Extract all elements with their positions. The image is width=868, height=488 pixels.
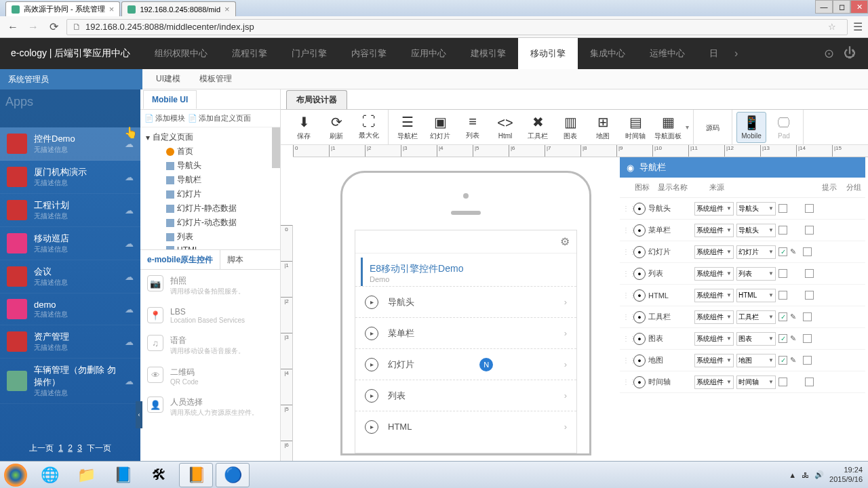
phone-row[interactable]: ▸HTML› (355, 411, 576, 442)
gear-icon[interactable]: ⚙ (560, 235, 570, 248)
tree-node[interactable]: HTML (140, 244, 280, 249)
collapse-icon[interactable]: ‹ (136, 401, 142, 428)
maximize-button[interactable]: ◻ (833, 0, 850, 14)
sidebar-app-item[interactable]: 资产管理 无描述信息 ☁ (0, 325, 140, 359)
browser-tab-2[interactable]: 192.168.0.245:8088/mid × (121, 1, 235, 16)
drag-handle-icon[interactable]: ⋮⋮ (623, 291, 631, 299)
source-select[interactable]: 系统组件▼ (694, 354, 734, 367)
nav-scroll-icon[interactable]: › (730, 47, 742, 60)
native-tab-script[interactable]: 脚本 (220, 250, 250, 269)
scrollbar[interactable] (272, 127, 280, 168)
power-icon[interactable]: ⏻ (844, 46, 856, 61)
group-checkbox[interactable] (803, 247, 812, 256)
toolbar-html-button[interactable]: <> Html (490, 112, 520, 143)
taskbar-chrome[interactable]: 🔵 (216, 463, 250, 487)
type-select[interactable]: 图表▼ (736, 332, 776, 346)
tip-checkbox[interactable] (778, 291, 787, 300)
props-row[interactable]: ⋮⋮ ● 图表 系统组件▼ 图表▼ ✓ ✎ (620, 328, 865, 350)
taskbar-app1[interactable]: 📘 (106, 463, 140, 487)
tip-checkbox[interactable] (778, 226, 787, 235)
source-select[interactable]: 系统组件▼ (694, 332, 734, 346)
source-select[interactable]: 系统组件▼ (694, 267, 734, 281)
back-button[interactable]: ← (5, 20, 20, 35)
toolbar-地图-button[interactable]: ⊞ 地图 (588, 112, 618, 143)
browser-tab-1[interactable]: 高效源于协同 - 系统管理 × (5, 1, 120, 16)
nav-workflow[interactable]: 流程引擎 (220, 38, 279, 69)
add-custom-button[interactable]: 📄添加自定义页面 (188, 113, 251, 123)
taskbar-ppt[interactable]: 📙 (179, 463, 213, 487)
tree-node[interactable]: 幻灯片 (140, 187, 280, 201)
nav-portal[interactable]: 门户引擎 (279, 38, 339, 69)
taskbar-app2[interactable]: 🛠 (142, 463, 176, 487)
tray-network-icon[interactable]: 🖧 (802, 471, 809, 479)
pager-next[interactable]: 下一页 (87, 443, 111, 453)
add-module-button[interactable]: 📄添加模块 (144, 113, 185, 123)
type-select[interactable]: 导航头▼ (736, 202, 776, 216)
phone-title-block[interactable]: E8移动引擎控件Demo Demo (361, 258, 571, 286)
type-select[interactable]: 导航头▼ (736, 224, 776, 237)
nav-integration[interactable]: 集成中心 (578, 38, 637, 69)
group-checkbox[interactable] (803, 312, 812, 321)
pager-prev[interactable]: 上一页 (29, 443, 54, 453)
toolbar-保存-button[interactable]: ⬇ 保存 (289, 112, 319, 143)
nav-more[interactable]: 日 (697, 38, 730, 69)
native-item[interactable]: 👁 二维码 QR Code (140, 361, 280, 391)
props-row[interactable]: ⋮⋮ ● 导航头 系统组件▼ 导航头▼ (620, 198, 865, 220)
clock[interactable]: 19:24 2015/9/16 (829, 466, 863, 483)
toolbar-时间轴-button[interactable]: ▤ 时间轴 (620, 112, 650, 143)
group-checkbox[interactable] (805, 204, 814, 213)
phone-screen[interactable]: ⚙ E8移动引擎控件Demo Demo ▸导航头›▸菜单栏›▸幻灯片N›▸列表›… (355, 230, 577, 453)
edit-icon[interactable]: ✎ (790, 334, 796, 343)
drag-handle-icon[interactable]: ⋮⋮ (623, 270, 631, 277)
canvas[interactable]: ⚙ E8移动引擎控件Demo Demo ▸导航头›▸菜单栏›▸幻灯片N›▸列表›… (293, 157, 868, 461)
tip-checkbox[interactable] (778, 378, 787, 386)
toolbar-源码-button[interactable]: 源码 (698, 112, 728, 143)
forward-button[interactable]: → (26, 20, 41, 35)
tree-node[interactable]: 导航头 (140, 159, 280, 173)
bookmark-icon[interactable]: ☆ (828, 22, 836, 32)
edit-icon[interactable]: ✎ (790, 356, 796, 365)
props-row[interactable]: ⋮⋮ ● 时间轴 系统组件▼ 时间轴▼ (620, 371, 865, 393)
taskbar-ie[interactable]: 🌐 (33, 463, 66, 487)
edit-icon[interactable]: ✎ (790, 312, 796, 321)
phone-row[interactable]: ▸列表› (355, 380, 576, 411)
source-select[interactable]: 系统组件▼ (694, 224, 734, 237)
sidebar-app-item[interactable]: 厦门机构演示 无描述信息 ☁ (0, 161, 140, 194)
tip-checkbox[interactable] (778, 204, 787, 213)
sidebar-app-item[interactable]: 移动巡店 无描述信息 ☁ (0, 227, 140, 260)
props-row[interactable]: ⋮⋮ ● 列表 系统组件▼ 列表▼ (620, 263, 865, 285)
group-checkbox[interactable] (805, 269, 814, 278)
pager-page[interactable]: 2 (68, 443, 73, 453)
close-icon[interactable]: × (109, 4, 115, 14)
type-select[interactable]: 时间轴▼ (736, 375, 776, 389)
source-select[interactable]: 系统组件▼ (694, 310, 734, 324)
source-select[interactable]: 系统组件▼ (694, 245, 734, 259)
drag-handle-icon[interactable]: ⋮⋮ (623, 378, 631, 386)
drag-handle-icon[interactable]: ⋮⋮ (623, 226, 631, 234)
sidebar-app-item[interactable]: demo 无描述信息 ☁ (0, 293, 140, 325)
source-select[interactable]: 系统组件▼ (694, 202, 734, 216)
drag-handle-icon[interactable]: ⋮⋮ (623, 335, 631, 342)
group-checkbox[interactable] (805, 378, 814, 386)
taskbar-explorer[interactable]: 📁 (69, 463, 103, 487)
group-checkbox[interactable] (805, 226, 814, 235)
tree-node[interactable]: 导航栏 (140, 173, 280, 187)
props-row[interactable]: ⋮⋮ ● 幻灯片 系统组件▼ 幻灯片▼ ✓ ✎ (620, 241, 865, 263)
toolbar-导航面板-button[interactable]: ▦ 导航面板 (653, 112, 683, 143)
dropdown-icon[interactable]: ▾ (686, 123, 689, 131)
source-select[interactable]: 系统组件▼ (694, 289, 734, 302)
native-item[interactable]: 👤 人员选择 调用系统人力资源原生控件。 (140, 391, 280, 423)
toolbar-图表-button[interactable]: ▥ 图表 (555, 112, 585, 143)
tree-node[interactable]: 幻灯片-动态数据 (140, 216, 280, 230)
phone-row[interactable]: ▸菜单栏› (355, 317, 576, 348)
tree-node[interactable]: 列表 (140, 230, 280, 244)
tip-checkbox[interactable]: ✓ (778, 334, 787, 343)
type-select[interactable]: 工具栏▼ (736, 310, 776, 324)
nav-ops[interactable]: 运维中心 (637, 38, 697, 69)
tip-checkbox[interactable]: ✓ (778, 356, 787, 365)
mobile-ui-label[interactable]: Mobile UI (143, 90, 197, 109)
type-select[interactable]: HTML▼ (736, 289, 776, 302)
nav-mobile[interactable]: 移动引擎 (518, 38, 578, 69)
native-tab-controls[interactable]: e-mobile原生控件 (140, 250, 220, 269)
close-button[interactable]: ✕ (850, 0, 868, 14)
